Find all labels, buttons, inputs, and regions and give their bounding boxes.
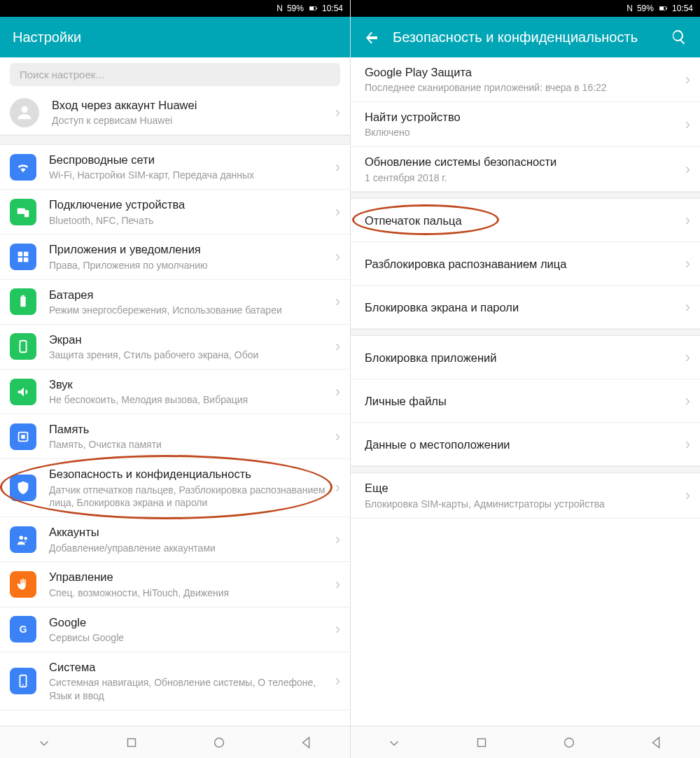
shield-icon bbox=[10, 475, 36, 501]
row-sub: Включено bbox=[365, 126, 680, 139]
device-connection-row[interactable]: Подключение устройстваBluetooth, NFC, Пе… bbox=[0, 190, 350, 234]
row-title: Данные о местоположении bbox=[365, 437, 680, 452]
svg-rect-30 bbox=[478, 738, 486, 746]
svg-rect-13 bbox=[24, 258, 28, 262]
face-unlock-row[interactable]: Разблокировка распознаванием лица › bbox=[351, 242, 700, 286]
svg-rect-28 bbox=[659, 7, 664, 10]
row-sub: Память, Очистка памяти bbox=[49, 438, 330, 451]
nav-home[interactable] bbox=[559, 732, 580, 753]
nav-dropdown[interactable] bbox=[384, 732, 405, 753]
chevron-icon: › bbox=[335, 672, 340, 690]
nav-recents[interactable] bbox=[471, 732, 492, 753]
nav-back[interactable] bbox=[296, 732, 317, 753]
chevron-icon: › bbox=[685, 486, 690, 505]
svg-rect-29 bbox=[666, 8, 667, 9]
battery-icon bbox=[10, 288, 36, 315]
row-sub: Wi-Fi, Настройки SIM-карт, Передача данн… bbox=[49, 169, 330, 182]
find-device-row[interactable]: Найти устройствоВключено › bbox=[351, 102, 700, 147]
search-icon[interactable] bbox=[671, 29, 687, 45]
svg-rect-14 bbox=[20, 297, 25, 307]
row-sub: Блокировка SIM-карты, Администраторы уст… bbox=[365, 498, 680, 511]
nav-recents[interactable] bbox=[121, 732, 142, 753]
security-row[interactable]: Безопасность и конфиденциальностьДатчик … bbox=[0, 459, 350, 517]
nav-home[interactable] bbox=[209, 732, 230, 753]
row-title: Отпечаток пальца bbox=[365, 213, 680, 228]
row-sub: Последнее сканирование приложений: вчера… bbox=[365, 81, 680, 94]
nav-back[interactable] bbox=[646, 732, 667, 753]
row-title: Личные файлы bbox=[365, 393, 680, 409]
row-title: Экран bbox=[49, 332, 330, 347]
apps-row[interactable]: Приложения и уведомленияПрава, Приложени… bbox=[0, 234, 350, 279]
wireless-row[interactable]: Беспроводные сетиWi-Fi, Настройки SIM-ка… bbox=[0, 145, 350, 190]
row-sub: Режим энергосбережения, Использование ба… bbox=[49, 304, 330, 317]
nfc-indicator: N bbox=[626, 3, 633, 13]
row-sub: Bluetooth, NFC, Печать bbox=[49, 214, 330, 227]
battery-pct: 59% bbox=[637, 3, 654, 13]
page-title: Безопасность и конфиденциальность bbox=[393, 29, 658, 45]
security-list: Google Play ЗащитаПоследнее сканирование… bbox=[351, 57, 700, 726]
apps-icon bbox=[10, 244, 36, 270]
row-title: Приложения и уведомления bbox=[49, 241, 330, 257]
svg-point-19 bbox=[20, 535, 24, 540]
accounts-row[interactable]: АккаунтыДобавление/управление аккаунтами… bbox=[0, 517, 350, 562]
row-sub: Права, Приложения по умолчанию bbox=[49, 259, 330, 272]
devices-icon bbox=[10, 199, 36, 225]
page-title: Настройки bbox=[13, 29, 337, 45]
row-title: Аккаунты bbox=[49, 524, 330, 540]
search-input[interactable]: Поиск настроек... bbox=[10, 63, 340, 86]
row-sub: Системная навигация, Обновление системы,… bbox=[49, 676, 330, 703]
google-row[interactable]: G GoogleСервисы Google › bbox=[0, 608, 350, 652]
memory-row[interactable]: ПамятьПамять, Очистка памяти › bbox=[0, 414, 350, 459]
app-lock-row[interactable]: Блокировка приложений › bbox=[351, 336, 700, 379]
system-row[interactable]: СистемаСистемная навигация, Обновление с… bbox=[0, 652, 350, 710]
security-update-row[interactable]: Обновление системы безопасности1 сентябр… bbox=[351, 147, 700, 192]
battery-row[interactable]: БатареяРежим энергосбережения, Использов… bbox=[0, 280, 350, 325]
nfc-indicator: N bbox=[276, 3, 283, 13]
row-title: Звук bbox=[49, 377, 330, 392]
play-protect-row[interactable]: Google Play ЗащитаПоследнее сканирование… bbox=[351, 57, 700, 102]
row-sub: Сервисы Google bbox=[49, 631, 330, 645]
chevron-icon: › bbox=[685, 255, 690, 273]
chevron-icon: › bbox=[685, 160, 690, 178]
chevron-icon: › bbox=[335, 620, 340, 638]
display-row[interactable]: ЭкранЗащита зрения, Стиль рабочего экран… bbox=[0, 325, 350, 370]
nav-bar bbox=[351, 726, 700, 758]
chevron-icon: › bbox=[685, 211, 690, 230]
location-data-row[interactable]: Данные о местоположении › bbox=[351, 423, 700, 466]
svg-rect-18 bbox=[21, 435, 25, 439]
chevron-icon: › bbox=[335, 203, 340, 221]
more-row[interactable]: ЕщеБлокировка SIM-карты, Администраторы … bbox=[351, 473, 700, 518]
row-title: Обновление системы безопасности bbox=[365, 154, 680, 169]
chevron-icon: › bbox=[335, 383, 340, 401]
row-sub: Доступ к сервисам Huawei bbox=[52, 114, 330, 127]
back-icon[interactable] bbox=[363, 29, 380, 45]
google-icon: G bbox=[10, 616, 36, 643]
chevron-icon: › bbox=[335, 293, 340, 311]
battery-icon bbox=[308, 3, 318, 13]
chevron-icon: › bbox=[685, 115, 690, 134]
display-icon bbox=[10, 333, 36, 360]
svg-point-25 bbox=[214, 738, 223, 747]
huawei-account-row[interactable]: Вход через аккаунт HuaweiДоступ к сервис… bbox=[0, 90, 350, 135]
sound-row[interactable]: ЗвукНе беспокоить, Мелодия вызова, Вибра… bbox=[0, 370, 350, 414]
row-title: Google Play Защита bbox=[365, 64, 680, 80]
svg-point-20 bbox=[24, 537, 27, 540]
control-row[interactable]: УправлениеСпец. возможности, HiTouch, Дв… bbox=[0, 562, 350, 607]
private-files-row[interactable]: Личные файлы › bbox=[351, 379, 700, 423]
svg-point-23 bbox=[22, 684, 24, 685]
chevron-icon: › bbox=[335, 248, 340, 266]
fingerprint-row[interactable]: Отпечаток пальца › bbox=[351, 199, 700, 242]
row-title: Батарея bbox=[49, 287, 330, 302]
chevron-icon: › bbox=[335, 531, 340, 549]
svg-rect-10 bbox=[18, 252, 22, 256]
chevron-icon: › bbox=[685, 349, 690, 367]
memory-icon bbox=[10, 423, 36, 450]
chevron-icon: › bbox=[335, 428, 340, 446]
battery-icon bbox=[658, 3, 668, 13]
row-title: Блокировка приложений bbox=[365, 350, 680, 365]
svg-rect-11 bbox=[24, 252, 28, 256]
screen-lock-row[interactable]: Блокировка экрана и пароли › bbox=[351, 286, 700, 329]
clock: 10:54 bbox=[672, 3, 693, 13]
nav-dropdown[interactable] bbox=[34, 732, 55, 753]
row-sub: Защита зрения, Стиль рабочего экрана, Об… bbox=[49, 349, 330, 362]
